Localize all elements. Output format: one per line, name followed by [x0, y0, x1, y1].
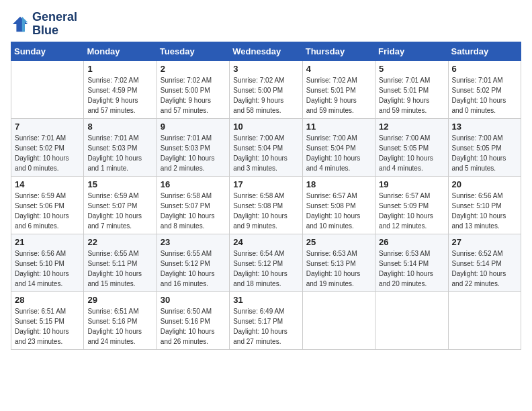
day-info: Sunrise: 6:54 AMSunset: 5:12 PMDaylight:…: [233, 248, 298, 289]
weekday-header-saturday: Saturday: [448, 42, 521, 60]
calendar-cell: 16Sunrise: 6:58 AMSunset: 5:07 PMDayligh…: [157, 176, 229, 234]
day-info: Sunrise: 6:55 AMSunset: 5:11 PMDaylight:…: [87, 248, 152, 289]
calendar-cell: [375, 291, 448, 349]
calendar-cell: 7Sunrise: 7:01 AMSunset: 5:02 PMDaylight…: [11, 118, 84, 176]
day-info: Sunrise: 7:02 AMSunset: 5:00 PMDaylight:…: [233, 75, 298, 116]
weekday-header-thursday: Thursday: [302, 42, 375, 60]
day-info: Sunrise: 6:59 AMSunset: 5:06 PMDaylight:…: [15, 191, 80, 231]
week-row-2: 7Sunrise: 7:01 AMSunset: 5:02 PMDaylight…: [11, 118, 521, 176]
calendar-cell: 3Sunrise: 7:02 AMSunset: 5:00 PMDaylight…: [230, 60, 302, 118]
day-info: Sunrise: 6:50 AMSunset: 5:16 PMDaylight:…: [161, 306, 226, 347]
logo: General Blue: [11, 11, 77, 38]
day-number: 29: [87, 295, 152, 305]
calendar-cell: 12Sunrise: 7:00 AMSunset: 5:05 PMDayligh…: [375, 118, 448, 176]
calendar-cell: 1Sunrise: 7:02 AMSunset: 4:59 PMDaylight…: [84, 60, 157, 118]
calendar-cell: 18Sunrise: 6:57 AMSunset: 5:08 PMDayligh…: [302, 176, 375, 234]
day-info: Sunrise: 7:02 AMSunset: 5:00 PMDaylight:…: [161, 75, 226, 116]
day-info: Sunrise: 7:01 AMSunset: 5:03 PMDaylight:…: [87, 133, 152, 173]
day-number: 7: [15, 122, 80, 132]
weekday-header-monday: Monday: [84, 42, 157, 60]
day-info: Sunrise: 6:58 AMSunset: 5:07 PMDaylight:…: [161, 191, 226, 231]
calendar-cell: 20Sunrise: 6:56 AMSunset: 5:10 PMDayligh…: [448, 176, 521, 234]
calendar-cell: 15Sunrise: 6:59 AMSunset: 5:07 PMDayligh…: [84, 176, 157, 234]
day-info: Sunrise: 6:51 AMSunset: 5:16 PMDaylight:…: [87, 306, 152, 347]
day-info: Sunrise: 6:56 AMSunset: 5:10 PMDaylight:…: [15, 248, 80, 289]
page-header: General Blue: [11, 11, 521, 38]
day-info: Sunrise: 6:56 AMSunset: 5:10 PMDaylight:…: [452, 191, 517, 231]
calendar-cell: 26Sunrise: 6:53 AMSunset: 5:14 PMDayligh…: [375, 234, 448, 291]
day-info: Sunrise: 7:00 AMSunset: 5:05 PMDaylight:…: [452, 133, 517, 173]
weekday-header-friday: Friday: [375, 42, 448, 60]
calendar-cell: 6Sunrise: 7:01 AMSunset: 5:02 PMDaylight…: [448, 60, 521, 118]
day-number: 3: [233, 64, 298, 74]
day-number: 26: [379, 237, 444, 247]
day-number: 5: [379, 64, 444, 74]
calendar-cell: 2Sunrise: 7:02 AMSunset: 5:00 PMDaylight…: [157, 60, 229, 118]
day-number: 11: [306, 122, 371, 132]
week-row-4: 21Sunrise: 6:56 AMSunset: 5:10 PMDayligh…: [11, 234, 521, 291]
day-number: 17: [233, 179, 298, 189]
calendar-table: SundayMondayTuesdayWednesdayThursdayFrid…: [11, 42, 521, 350]
logo-text: General Blue: [32, 11, 77, 38]
calendar-cell: 17Sunrise: 6:58 AMSunset: 5:08 PMDayligh…: [230, 176, 302, 234]
day-number: 21: [15, 237, 80, 247]
calendar-cell: [448, 291, 521, 349]
day-info: Sunrise: 7:02 AMSunset: 4:59 PMDaylight:…: [87, 75, 152, 116]
week-row-5: 28Sunrise: 6:51 AMSunset: 5:15 PMDayligh…: [11, 291, 521, 349]
calendar-cell: 22Sunrise: 6:55 AMSunset: 5:11 PMDayligh…: [84, 234, 157, 291]
day-number: 12: [379, 122, 444, 132]
calendar-cell: 14Sunrise: 6:59 AMSunset: 5:06 PMDayligh…: [11, 176, 84, 234]
day-info: Sunrise: 7:02 AMSunset: 5:01 PMDaylight:…: [306, 75, 371, 116]
calendar-cell: 25Sunrise: 6:53 AMSunset: 5:13 PMDayligh…: [302, 234, 375, 291]
calendar-cell: 23Sunrise: 6:55 AMSunset: 5:12 PMDayligh…: [157, 234, 229, 291]
calendar-cell: 10Sunrise: 7:00 AMSunset: 5:04 PMDayligh…: [230, 118, 302, 176]
calendar-cell: [11, 60, 84, 118]
calendar-cell: 11Sunrise: 7:00 AMSunset: 5:04 PMDayligh…: [302, 118, 375, 176]
day-info: Sunrise: 6:58 AMSunset: 5:08 PMDaylight:…: [233, 191, 298, 231]
day-info: Sunrise: 7:00 AMSunset: 5:04 PMDaylight:…: [233, 133, 298, 173]
day-number: 27: [452, 237, 517, 247]
day-number: 24: [233, 237, 298, 247]
calendar-cell: 5Sunrise: 7:01 AMSunset: 5:01 PMDaylight…: [375, 60, 448, 118]
day-info: Sunrise: 7:00 AMSunset: 5:05 PMDaylight:…: [379, 133, 444, 173]
day-number: 31: [233, 295, 298, 305]
calendar-cell: 30Sunrise: 6:50 AMSunset: 5:16 PMDayligh…: [157, 291, 229, 349]
day-number: 16: [161, 179, 226, 189]
calendar-cell: 27Sunrise: 6:52 AMSunset: 5:14 PMDayligh…: [448, 234, 521, 291]
day-number: 23: [161, 237, 226, 247]
weekday-header-sunday: Sunday: [11, 42, 84, 60]
day-info: Sunrise: 6:57 AMSunset: 5:08 PMDaylight:…: [306, 191, 371, 231]
calendar-cell: 24Sunrise: 6:54 AMSunset: 5:12 PMDayligh…: [230, 234, 302, 291]
calendar-cell: 9Sunrise: 7:01 AMSunset: 5:03 PMDaylight…: [157, 118, 229, 176]
day-info: Sunrise: 7:01 AMSunset: 5:03 PMDaylight:…: [161, 133, 226, 173]
calendar-cell: 31Sunrise: 6:49 AMSunset: 5:17 PMDayligh…: [230, 291, 302, 349]
day-info: Sunrise: 6:51 AMSunset: 5:15 PMDaylight:…: [15, 306, 80, 347]
day-number: 8: [87, 122, 152, 132]
day-number: 10: [233, 122, 298, 132]
calendar-cell: 13Sunrise: 7:00 AMSunset: 5:05 PMDayligh…: [448, 118, 521, 176]
day-number: 18: [306, 179, 371, 189]
day-info: Sunrise: 6:49 AMSunset: 5:17 PMDaylight:…: [233, 306, 298, 347]
day-number: 2: [161, 64, 226, 74]
day-info: Sunrise: 6:53 AMSunset: 5:13 PMDaylight:…: [306, 248, 371, 289]
day-number: 14: [15, 179, 80, 189]
day-number: 28: [15, 295, 80, 305]
day-info: Sunrise: 7:01 AMSunset: 5:02 PMDaylight:…: [15, 133, 80, 173]
day-info: Sunrise: 6:52 AMSunset: 5:14 PMDaylight:…: [452, 248, 517, 289]
day-number: 9: [161, 122, 226, 132]
calendar-cell: 28Sunrise: 6:51 AMSunset: 5:15 PMDayligh…: [11, 291, 84, 349]
calendar-cell: 19Sunrise: 6:57 AMSunset: 5:09 PMDayligh…: [375, 176, 448, 234]
day-number: 15: [87, 179, 152, 189]
day-info: Sunrise: 6:55 AMSunset: 5:12 PMDaylight:…: [161, 248, 226, 289]
day-number: 30: [161, 295, 226, 305]
week-row-1: 1Sunrise: 7:02 AMSunset: 4:59 PMDaylight…: [11, 60, 521, 118]
week-row-3: 14Sunrise: 6:59 AMSunset: 5:06 PMDayligh…: [11, 176, 521, 234]
day-info: Sunrise: 7:01 AMSunset: 5:01 PMDaylight:…: [379, 75, 444, 116]
day-number: 25: [306, 237, 371, 247]
day-info: Sunrise: 7:01 AMSunset: 5:02 PMDaylight:…: [452, 75, 517, 116]
weekday-header-tuesday: Tuesday: [157, 42, 229, 60]
day-number: 6: [452, 64, 517, 74]
weekday-header-wednesday: Wednesday: [230, 42, 302, 60]
day-info: Sunrise: 7:00 AMSunset: 5:04 PMDaylight:…: [306, 133, 371, 173]
calendar-cell: 29Sunrise: 6:51 AMSunset: 5:16 PMDayligh…: [84, 291, 157, 349]
